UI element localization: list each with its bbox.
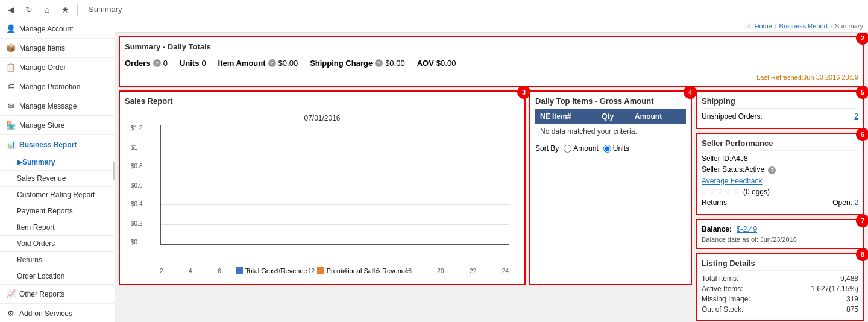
x-label-16: 16 (373, 268, 379, 274)
sidebar-item-label: Manage Account (19, 25, 73, 33)
panel-badge-2: 2 (856, 33, 868, 45)
x-label-8: 8 (247, 268, 250, 274)
shipping-title: Shipping (702, 96, 858, 109)
sidebar-sub-item-item-report[interactable]: Item Report (0, 219, 115, 236)
toolbar-separator (77, 4, 78, 16)
sidebar-item-manage-items[interactable]: 📦 Manage Items (0, 39, 115, 58)
panel-badge-6: 6 (856, 128, 868, 141)
sidebar-item-manage-account[interactable]: 👤 Manage Account (0, 19, 115, 39)
sidebar-sub-label: Payment Reports (17, 207, 73, 215)
aov-item: AOV $0.00 (417, 58, 456, 68)
y-label-0-6: $0.6 (131, 182, 142, 189)
seller-status-info-icon[interactable]: ? (768, 166, 776, 174)
y-label-0: $0 (131, 239, 142, 245)
no-data-message: No data matched your criteria. (535, 124, 686, 139)
sort-by-label: Sort By (535, 144, 559, 153)
manage-message-icon: ✉ (6, 101, 16, 110)
sidebar-item-manage-message[interactable]: ✉ Manage Message (0, 96, 115, 116)
y-label-1: $1 (131, 144, 142, 151)
sidebar-sub-item-sales-revenue[interactable]: Sales Revenue (0, 171, 115, 187)
item-amount-info-icon[interactable]: ? (268, 59, 276, 67)
unshipped-value[interactable]: 2 (854, 112, 858, 121)
top-items-header-row: NE Item# Qty Amount (535, 109, 686, 124)
sort-units-option[interactable]: Units (603, 144, 629, 153)
y-label-0-2: $0.2 (131, 220, 142, 227)
sidebar-item-label: Manage Message (19, 102, 77, 110)
orders-info-icon[interactable]: ? (153, 59, 161, 67)
total-items-value: 9,488 (840, 274, 858, 283)
sidebar-sub-label: Void Orders (17, 239, 55, 248)
active-items-row: Active Items: 1,627(17.15%) (702, 285, 858, 293)
col-amount: Amount (630, 109, 686, 124)
sidebar-sub-item-summary[interactable]: ▶ Summary (0, 154, 115, 171)
daily-top-items-panel: 4 Daily Top Items - Gross Amount NE Item… (529, 90, 692, 285)
orders-value: 0 (163, 58, 168, 68)
returns-label: Returns (702, 198, 727, 207)
seller-performance-panel: 6 Seller Performance Seller ID:A4J8 Sell… (696, 133, 864, 215)
star-button[interactable]: ★ (59, 4, 71, 16)
sidebar-item-business-report[interactable]: 📊 Business Report (0, 135, 115, 154)
sort-amount-option[interactable]: Amount (564, 144, 598, 153)
sidebar-sub-label: Order Location (17, 272, 64, 280)
back-button[interactable]: ◀ (5, 4, 17, 16)
sidebar-sub-label: Returns (17, 256, 42, 264)
missing-image-value: 319 (846, 295, 858, 303)
sidebar-item-label: Manage Store (19, 121, 64, 130)
breadcrumb-business-report[interactable]: Business Report (779, 22, 828, 30)
balance-date-value: Jun/23/2016 (760, 236, 797, 243)
seller-status-row: Seller Status:Active ? (702, 165, 858, 174)
sidebar-sub-item-customer-rating[interactable]: Customer Rating Report (0, 187, 115, 203)
item-amount-value: $0.00 (278, 58, 298, 68)
sales-report-panel: 3 Sales Report 07/01/2016 $1.2 $1 $0.8 (119, 90, 526, 285)
other-reports-icon: 📈 (6, 289, 16, 298)
item-amount-item: Item Amount ? $0.00 (218, 58, 298, 68)
sidebar-sub-item-void-orders[interactable]: Void Orders (0, 236, 115, 252)
refresh-button[interactable]: ↻ (23, 4, 35, 16)
sidebar-sub-item-payment-reports[interactable]: Payment Reports (0, 203, 115, 219)
breadcrumb-home[interactable]: Home (755, 22, 772, 30)
x-label-20: 20 (438, 268, 444, 274)
shipping-row: Unshipped Orders: 2 (702, 112, 858, 121)
seller-id-row: Seller ID:A4J8 (702, 154, 858, 163)
sidebar-item-manage-promotion[interactable]: 🏷 Manage Promotion (0, 77, 115, 96)
business-report-icon: 📊 (6, 140, 16, 149)
balance-panel: 7 Balance: $-2.49 Balance date as of: Ju… (696, 219, 864, 249)
shipping-charge-item: Shipping Charge ? $0.00 (310, 58, 405, 68)
average-feedback-link[interactable]: Average Feedback (702, 177, 763, 185)
col-ne-item: NE Item# (535, 109, 597, 124)
unshipped-label: Unshipped Orders: (702, 112, 763, 121)
shipping-charge-info-icon[interactable]: ? (375, 59, 383, 67)
home-button[interactable]: ⌂ (41, 4, 53, 16)
sidebar-item-label: Business Report (19, 140, 77, 149)
sidebar-sub-item-order-location[interactable]: Order Location (0, 268, 115, 285)
shipping-panel: 5 Shipping Unshipped Orders: 2 (696, 90, 864, 129)
daily-totals-row: Orders ? 0 Units 0 Item Amount ? $0.00 (125, 55, 858, 71)
breadcrumb: ☆ Home › Business Report › Summary (115, 19, 868, 33)
manage-promotion-icon: 🏷 (6, 82, 16, 91)
sidebar-sub-label: Item Report (17, 223, 55, 232)
sidebar-sub-label: Summary (22, 158, 55, 166)
sidebar-item-other-reports[interactable]: 📈 Other Reports (0, 285, 115, 304)
sidebar-sub-item-returns[interactable]: Returns (0, 252, 115, 268)
sidebar-item-label: Add-on Services (19, 309, 72, 318)
left-panels: 3 Sales Report 07/01/2016 $1.2 $1 $0.8 (119, 90, 692, 322)
sidebar-item-manage-order[interactable]: 📋 Manage Order (0, 58, 115, 77)
panel-badge-3: 3 (517, 86, 530, 99)
sort-amount-label: Amount (573, 144, 598, 153)
sidebar-sub-label: Customer Rating Report (17, 191, 95, 199)
sidebar-item-label: Other Reports (19, 290, 64, 298)
balance-date-label: Balance date as of: (702, 236, 758, 243)
sidebar-item-add-on-services[interactable]: ⚙ Add-on Services (0, 304, 115, 322)
sort-amount-radio[interactable] (564, 145, 571, 153)
sort-units-radio[interactable] (603, 145, 611, 153)
seller-status-text: Seller Status:Active ? (702, 165, 776, 174)
balance-value[interactable]: $-2.49 (737, 225, 757, 233)
daily-totals-panel: 2 Summary - Daily Totals Orders ? 0 Unit… (119, 36, 864, 87)
summary-arrow: ▶ (17, 158, 22, 166)
top-items-no-data-row: No data matched your criteria. (535, 124, 686, 139)
sidebar-item-manage-store[interactable]: 🏪 Manage Store (0, 116, 115, 135)
aov-value: $0.00 (436, 58, 456, 68)
open-value[interactable]: 2 (854, 198, 858, 207)
listing-details-title: Listing Details (702, 259, 858, 271)
units-item: Units 0 (180, 58, 206, 68)
